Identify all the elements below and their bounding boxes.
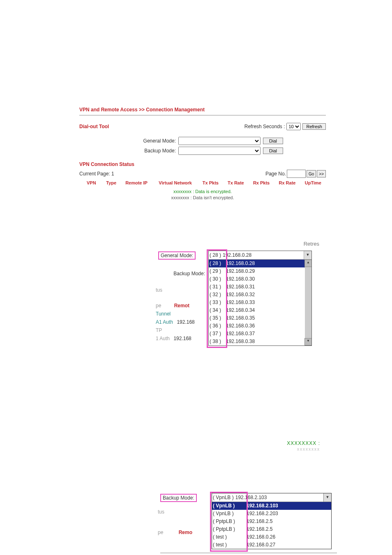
dropdown-option[interactable]: ( VpnLB )192.168.2.103 [212, 502, 331, 510]
text-fragment: pe [158, 530, 163, 535]
ip-fragment: 192.168 [177, 319, 194, 325]
general-mode-select[interactable] [178, 137, 261, 145]
legend-not-encrypted: xxxxxxxx : Data isn't encrypted. [171, 195, 234, 200]
page-no-input[interactable] [287, 170, 306, 178]
backup-mode-label-highlighted: Backup Mode: [160, 494, 197, 502]
dropdown-option[interactable]: ( test )192.168.0.26 [212, 533, 331, 541]
dropdown-option[interactable]: ( 36 )192.168.0.36 [209, 322, 311, 330]
th-uptime: UpTime [300, 179, 326, 187]
grey-indicator: xxxxxxxx [297, 447, 320, 451]
general-mode-dropdown[interactable]: ( 28 ) 192.168.0.28 ▼ ▲ ▼ ( 28 )192.168.… [208, 251, 312, 346]
dropdown-scrollbar[interactable]: ▲ ▼ [305, 260, 311, 345]
encrypted-indicator: XXXXXXXX : [287, 440, 320, 446]
th-remote-ip: Remote IP [120, 179, 153, 187]
page-no-label: Page No. [265, 171, 286, 177]
tp-label: TP [156, 327, 162, 333]
dropdown-option[interactable]: ( 38 )192.168.0.38 [209, 338, 311, 345]
refresh-button[interactable]: Refresh [302, 123, 326, 130]
breadcrumb: VPN and Remote Access >> Connection Mana… [79, 107, 326, 115]
divider [79, 115, 326, 115]
legend-encrypted: xxxxxxxx : Data is encrypted. [173, 189, 232, 194]
ip-fragment: 192.168 [173, 336, 191, 341]
dialout-title: Dial-out Tool [79, 124, 109, 129]
refresh-seconds-select[interactable]: 10 [286, 123, 301, 130]
dropdown-option[interactable]: ( 32 )192.168.0.32 [209, 291, 311, 299]
dropdown-selected[interactable]: ( 28 ) 192.168.0.28 ▼ [209, 251, 311, 260]
backup-mode-select[interactable] [178, 147, 261, 155]
dropdown-selected-val: 192.168.2.103 [235, 495, 267, 500]
backup-mode-label-fragment: Backup Mode: [156, 269, 208, 278]
th-vpn: VPN [79, 179, 102, 187]
scroll-down-icon[interactable]: ▼ [304, 338, 311, 345]
dropdown-option[interactable]: ( 33 )192.168.0.33 [209, 299, 311, 306]
chevron-down-icon[interactable]: ▼ [323, 493, 331, 502]
remote-header-fragment: Remot [174, 303, 189, 309]
go-button[interactable]: Go [307, 170, 316, 177]
dropdown-option[interactable]: ( 37 )192.168.0.37 [209, 330, 311, 338]
tunnel-label: Tunnel [156, 311, 171, 317]
text-fragment: pe [156, 303, 161, 309]
backup-dial-button[interactable]: Dial [263, 147, 283, 154]
oneauth-label: 1 Auth [156, 336, 170, 341]
th-tx-pkts: Tx Pkts [198, 179, 223, 187]
dropdown-option[interactable]: ( test )192.168.0.27 [212, 541, 331, 549]
dropdown-option[interactable]: ( 29 )192.168.0.29 [209, 267, 311, 275]
general-mode-label-highlighted: General Mode: [158, 251, 196, 260]
dropdown-selected-idx: ( 28 ) [210, 252, 221, 258]
th-rx-pkts: Rx Pkts [249, 179, 274, 187]
retres-label: Retres [304, 241, 319, 247]
backup-mode-label: Backup Mode: [79, 148, 178, 154]
vpn-status-table: VPN Type Remote IP Virtual Network Tx Pk… [79, 179, 326, 187]
a1auth-label: A1 Auth [156, 319, 173, 325]
text-fragment: tus [158, 508, 211, 516]
general-dial-button[interactable]: Dial [263, 138, 283, 144]
vcs-title: VPN Connection Status [79, 161, 326, 167]
th-type: Type [102, 179, 120, 187]
remote-header-fragment: Remo [179, 530, 192, 535]
legend: xxxxxxxx : Data is encrypted. xxxxxxxx :… [79, 189, 326, 201]
dropdown-option[interactable]: ( VpnLB )192.168.2.203 [212, 510, 331, 518]
dropdown-option[interactable]: ( PptpLB )192.168.2.5 [212, 525, 331, 533]
dropdown-selected-name: ( VpnLB ) [213, 495, 234, 500]
backup-mode-dropdown[interactable]: ( VpnLB ) 192.168.2.103 ▼ ( VpnLB )192.1… [212, 493, 332, 549]
scroll-up-icon[interactable]: ▲ [304, 260, 311, 267]
dropdown-option[interactable]: ( 31 )192.168.0.31 [209, 283, 311, 291]
dropdown-option[interactable]: ( 34 )192.168.0.34 [209, 306, 311, 314]
text-fragment: tus [156, 286, 208, 294]
th-rx-rate: Rx Rate [274, 179, 300, 187]
dropdown-option[interactable]: ( 30 )192.168.0.30 [209, 275, 311, 283]
dropdown-option[interactable]: ( PptpLB )192.168.2.5 [212, 518, 331, 525]
th-virtual-network: Virtual Network [152, 179, 198, 187]
dropdown-option[interactable]: ( 35 )192.168.0.35 [209, 314, 311, 322]
th-tx-rate: Tx Rate [223, 179, 249, 187]
general-mode-label: General Mode: [79, 138, 178, 144]
dropdown-selected[interactable]: ( VpnLB ) 192.168.2.103 ▼ [212, 493, 331, 502]
refresh-label: Refresh Seconds : [244, 124, 285, 129]
dropdown-option[interactable]: ( 28 )192.168.0.28 [209, 260, 311, 267]
chevron-down-icon[interactable]: ▼ [304, 251, 311, 259]
next-page-button[interactable]: >> [317, 170, 326, 177]
current-page-label: Current Page: 1 [79, 171, 114, 177]
dropdown-selected-val: 192.168.0.28 [223, 252, 251, 258]
